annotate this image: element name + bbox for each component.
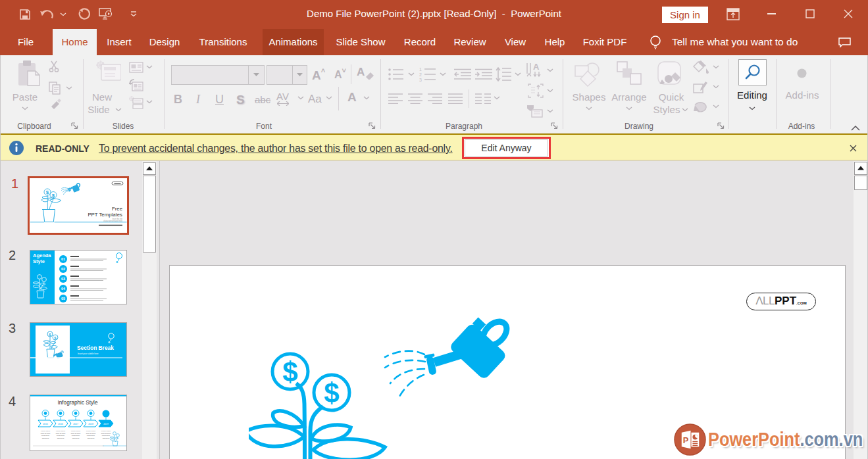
svg-text:PPT Templates: PPT Templates: [88, 212, 122, 218]
svg-text:adipiscing: adipiscing: [72, 437, 80, 439]
svg-text:03: 03: [61, 277, 65, 281]
svg-text:of your presentation here: of your presentation here: [103, 220, 122, 222]
svg-text:Free: Free: [112, 206, 122, 212]
svg-text:04: 04: [61, 287, 66, 291]
svg-text:A: A: [533, 62, 540, 72]
svg-text:2016: 2016: [58, 423, 63, 425]
svg-text:adipiscing: adipiscing: [103, 437, 110, 439]
svg-text:Style: Style: [33, 258, 45, 264]
svg-text:$: $: [282, 356, 297, 387]
svg-text:Agenda: Agenda: [33, 253, 51, 258]
svg-text:Section Break: Section Break: [77, 345, 114, 351]
svg-text:adipiscing: adipiscing: [42, 437, 49, 439]
svg-text:Insert your subtitle here: Insert your subtitle here: [78, 352, 99, 355]
svg-text:2: 2: [419, 72, 422, 77]
svg-text:05: 05: [61, 297, 65, 301]
svg-text:$: $: [324, 377, 339, 408]
svg-text:adipiscing: adipiscing: [88, 437, 95, 439]
svg-text:adipiscing: adipiscing: [57, 437, 64, 439]
svg-text:$: $: [46, 189, 49, 195]
svg-text:2018: 2018: [88, 423, 93, 425]
svg-text:2019: 2019: [103, 423, 109, 425]
svg-text:02: 02: [61, 267, 65, 271]
svg-text:01: 01: [61, 257, 65, 261]
svg-text:P: P: [683, 435, 689, 445]
svg-text:1: 1: [419, 67, 422, 72]
svg-text:3: 3: [419, 78, 422, 82]
svg-text:2015: 2015: [43, 423, 48, 425]
svg-text:Infographic Style: Infographic Style: [58, 400, 98, 406]
svg-text:2017: 2017: [73, 423, 78, 425]
